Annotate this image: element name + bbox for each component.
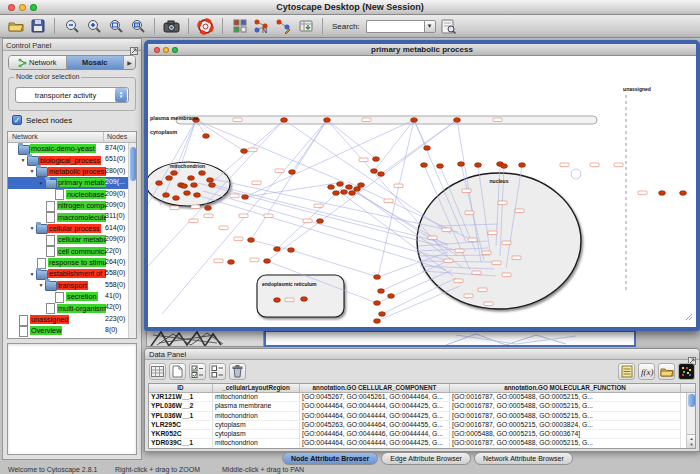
network-node bbox=[301, 297, 308, 302]
table-scrollbar-thumb[interactable] bbox=[688, 394, 695, 407]
snapshot-camera-icon[interactable] bbox=[162, 17, 181, 36]
network-node bbox=[501, 164, 508, 169]
table-cell: mitochondrion bbox=[213, 439, 300, 448]
node-label-tag bbox=[204, 214, 213, 218]
table-column-header[interactable]: annotation.GO CELLULAR_COMPONENT bbox=[300, 384, 450, 392]
search-dropdown-icon[interactable]: ▼ bbox=[424, 20, 436, 33]
tab-edge-attribute-browser[interactable]: Edge Attribute Browser bbox=[381, 452, 471, 465]
expander-icon[interactable]: ▼ bbox=[19, 157, 27, 163]
folder-icon bbox=[18, 145, 29, 153]
tree-row[interactable]: multi-organism pro42(0) bbox=[8, 302, 136, 313]
hidden-network-window-fragment[interactable] bbox=[264, 330, 636, 347]
table-row[interactable]: YPL036W__1mitochondrion[GO:0044464, GO:0… bbox=[149, 412, 695, 421]
attribute-editor-icon[interactable] bbox=[618, 363, 635, 380]
tree-row[interactable]: ▼cellular process614(0) bbox=[8, 223, 136, 234]
attribute-grid-icon[interactable] bbox=[149, 363, 166, 380]
table-column-header[interactable]: annotation.GO MOLECULAR_FUNCTION bbox=[450, 384, 681, 392]
tree-row[interactable]: response to stimulu264(0) bbox=[8, 257, 136, 268]
help-ring-icon[interactable] bbox=[196, 17, 215, 36]
table-row[interactable]: YDR039C__1mitochondrion[GO:0044464, GO:0… bbox=[149, 439, 695, 448]
network-node bbox=[519, 163, 526, 168]
tree-row[interactable]: ▼transport558(0) bbox=[8, 280, 136, 291]
tree-scrollbar[interactable] bbox=[128, 143, 136, 338]
network-node bbox=[184, 191, 191, 196]
tree-row[interactable]: secretion41(0) bbox=[8, 291, 136, 302]
tree-row[interactable]: mosaic-demo-yeast874(0) bbox=[8, 143, 136, 154]
table-cell: [GO:0016787, GO:0005488, GO:0005215, G..… bbox=[450, 402, 681, 411]
tree-row[interactable]: cell communicat22(0) bbox=[8, 246, 136, 257]
tab-node-attribute-browser[interactable]: Node Attribute Browser bbox=[282, 452, 378, 465]
expander-icon[interactable]: ▼ bbox=[37, 282, 45, 288]
network-tree-header: Network Nodes bbox=[8, 132, 136, 143]
plugin-grid-icon[interactable] bbox=[230, 17, 249, 36]
unselect-attributes-icon[interactable] bbox=[209, 363, 226, 380]
select-nodes-checkbox[interactable]: ✓ bbox=[12, 115, 22, 125]
birdseye-view-panel[interactable] bbox=[7, 343, 137, 455]
expander-icon[interactable]: ▼ bbox=[37, 180, 45, 186]
vizmapper-network-icon[interactable]: N bbox=[252, 17, 271, 36]
import-table-icon[interactable] bbox=[296, 17, 315, 36]
tree-row[interactable]: ▼primary metabo209(... bbox=[8, 177, 136, 188]
new-attribute-icon[interactable] bbox=[169, 363, 186, 380]
network-node bbox=[173, 196, 180, 201]
tree-row[interactable]: unassigned223(0) bbox=[8, 314, 136, 325]
matrix-view-icon[interactable] bbox=[678, 363, 695, 380]
table-row[interactable]: YPL036W__2plasma membrane[GO:0044464, GO… bbox=[149, 402, 695, 411]
tree-row[interactable]: nitrogen compo209(0) bbox=[8, 200, 136, 211]
tab-network-attribute-browser[interactable]: Network Attribute Browser bbox=[474, 452, 573, 465]
table-row[interactable]: YKR052Ccytoplasm[GO:0044464, GO:0044446,… bbox=[149, 430, 695, 439]
table-scrollbar[interactable]: ▲▼ bbox=[686, 393, 695, 448]
select-attributes-icon[interactable] bbox=[189, 363, 206, 380]
edit-network-icon[interactable] bbox=[274, 17, 293, 36]
expander-icon[interactable]: ▼ bbox=[28, 271, 36, 277]
table-column-header[interactable]: _cellularLayoutRegion bbox=[213, 384, 300, 392]
network-node bbox=[371, 169, 378, 174]
tree-row[interactable]: cellular metabo209(0) bbox=[8, 234, 136, 245]
delete-attribute-icon[interactable] bbox=[229, 363, 246, 380]
tree-row[interactable]: ▼establishment of lo558(0) bbox=[8, 268, 136, 279]
tree-row-node-count: 8(0) bbox=[105, 326, 117, 333]
node-label-tag bbox=[590, 163, 599, 167]
tree-row[interactable]: Overview8(0) bbox=[8, 325, 136, 336]
save-icon[interactable] bbox=[28, 17, 47, 36]
network-node bbox=[341, 190, 348, 195]
tab-overflow-arrow-icon[interactable]: ▶ bbox=[124, 56, 135, 69]
enhanced-search-icon[interactable] bbox=[439, 17, 458, 36]
network-node bbox=[324, 118, 331, 123]
expander-icon[interactable]: ▼ bbox=[28, 168, 36, 174]
tab-mosaic[interactable]: Mosaic bbox=[67, 56, 125, 69]
network-node bbox=[166, 176, 173, 181]
node-label-tag bbox=[230, 194, 239, 198]
tree-row-node-count: 209(0) bbox=[105, 190, 125, 197]
network-node bbox=[163, 193, 170, 198]
import-attributes-icon[interactable] bbox=[658, 363, 675, 380]
tree-row-label: Overview bbox=[30, 326, 62, 335]
table-scrollbar-arrows[interactable]: ▲▼ bbox=[687, 434, 696, 448]
tree-row[interactable]: nucleobase-209(0) bbox=[8, 189, 136, 200]
tab-network[interactable]: Network bbox=[9, 56, 67, 69]
zoom-fit-icon[interactable] bbox=[128, 17, 147, 36]
table-cell: [GO:0044464, GO:0044446, GO:0044444, G..… bbox=[300, 430, 450, 439]
tree-row[interactable]: ▼biological_process651(0) bbox=[8, 154, 136, 165]
table-row[interactable]: YJR121W__1mitochondrion[GO:0045267, GO:0… bbox=[149, 393, 695, 402]
node-label-tag bbox=[428, 236, 437, 240]
node-color-combobox[interactable]: transporter activity ▲▼ bbox=[15, 87, 129, 103]
function-builder-icon[interactable]: f(x) bbox=[638, 363, 655, 380]
open-file-icon[interactable] bbox=[6, 17, 25, 36]
search-input[interactable] bbox=[366, 20, 424, 33]
expander-icon[interactable]: ▼ bbox=[28, 225, 36, 231]
canvas-resize-grip-icon[interactable] bbox=[685, 307, 693, 325]
zoom-selected-icon[interactable] bbox=[106, 17, 125, 36]
network-doc-icon bbox=[45, 304, 56, 312]
zoom-out-icon[interactable] bbox=[62, 17, 81, 36]
network-canvas[interactable]: plasma membranecytoplasmmitochondrionnuc… bbox=[148, 56, 694, 326]
zoom-in-icon[interactable] bbox=[84, 17, 103, 36]
tree-row[interactable]: ▼metabolic process280(0) bbox=[8, 166, 136, 177]
table-row[interactable]: YLR295Ccytoplasm[GO:0045263, GO:0044464,… bbox=[149, 421, 695, 430]
table-cell: [GO:0005488, GO:0005215, GO:0003674] bbox=[450, 430, 681, 439]
table-column-header[interactable]: ID bbox=[149, 384, 213, 392]
network-window-title-bar[interactable]: primary metabolic process bbox=[148, 44, 696, 56]
data-panel-header[interactable]: Data Panel bbox=[145, 349, 699, 360]
network-node bbox=[205, 206, 212, 211]
tree-row[interactable]: macromolecule311(0) bbox=[8, 211, 136, 222]
